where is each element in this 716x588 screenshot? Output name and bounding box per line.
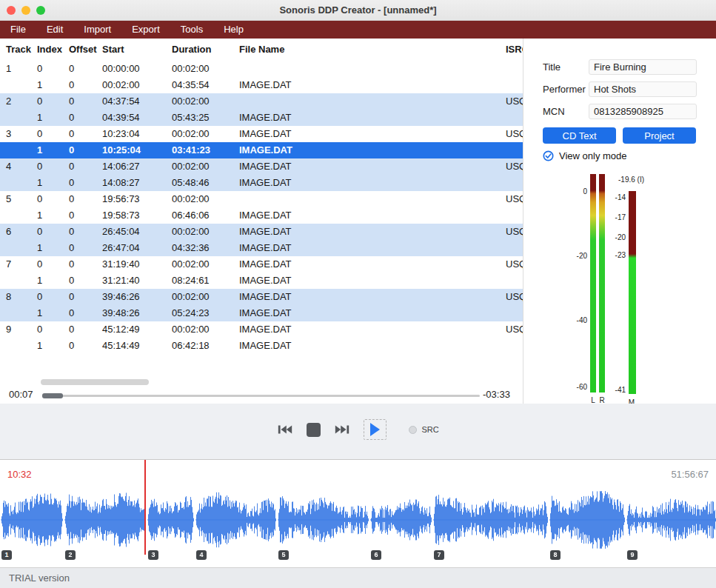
track-badge-7[interactable]: 7 [434,550,444,560]
cell-file: IMAGE.DAT [239,240,292,256]
right-panel: TitlePerformerMCN CD TextProject View on… [523,39,716,404]
column-header-file-name[interactable]: File Name [239,39,284,61]
playhead-cursor[interactable] [144,460,146,555]
track-list-area: TrackIndexOffsetStartDurationFile NameIS… [0,39,523,404]
cell-track: 3 [6,126,11,142]
track-badge-4[interactable]: 4 [196,550,207,560]
close-window-button[interactable] [7,6,16,15]
cell-offset: 0 [69,273,74,289]
titlebar: Sonoris DDP Creator - [unnamed*] [0,0,716,21]
table-row[interactable]: 40014:06:2700:02:00IMAGE.DATUSQ [0,158,523,175]
menu-tools[interactable]: Tools [170,21,213,39]
table-row[interactable]: 90045:12:4900:02:00IMAGE.DATUSQ [0,321,523,338]
cell-track: 1 [6,61,11,77]
remaining-time: -03:33 [483,389,510,400]
window-title: Sonoris DDP Creator - [unnamed*] [279,4,436,16]
table-row[interactable]: 1026:47:0404:32:36IMAGE.DAT [0,240,523,256]
cell-index: 1 [37,110,42,126]
cell-start: 14:06:27 [102,158,140,175]
cell-offset: 0 [69,93,74,110]
cell-offset: 0 [69,158,74,175]
track-badge-2[interactable]: 2 [65,550,76,560]
cell-isrc: USQ [506,191,523,207]
cell-isrc: USQ [506,224,523,240]
stop-button[interactable] [307,423,321,437]
cell-track: 9 [6,321,11,338]
column-header-track[interactable]: Track [6,39,31,61]
table-row[interactable]: 10000:00:0000:02:00 [0,61,523,77]
menu-file[interactable]: File [0,21,36,39]
table-row[interactable]: 1039:48:2605:24:23IMAGE.DAT [0,305,523,321]
table-row[interactable]: 1010:25:0403:41:23IMAGE.DAT [0,142,523,158]
cell-index: 1 [37,240,42,256]
track-badge-9[interactable]: 9 [627,550,638,560]
play-button[interactable] [364,419,387,440]
cell-duration: 00:02:00 [172,224,210,240]
cell-index: 1 [37,175,42,191]
cell-duration: 00:02:00 [172,256,210,273]
table-row[interactable]: 1004:39:5405:43:25IMAGE.DAT [0,110,523,126]
lr-scale-label: 0 [553,187,587,196]
cell-start: 00:02:00 [102,77,140,93]
track-badge-6[interactable]: 6 [371,550,381,560]
cell-isrc: USQ [506,289,523,305]
cell-index: 1 [37,142,42,158]
cell-file: IMAGE.DAT [239,273,292,289]
cell-index: 0 [37,158,42,175]
table-row[interactable]: 1045:14:4906:42:18IMAGE.DAT [0,338,523,354]
window-controls [7,6,45,15]
menu-import[interactable]: Import [73,21,121,39]
track-badge-8[interactable]: 8 [550,550,561,560]
column-header-duration[interactable]: Duration [172,39,211,61]
track-badge-1[interactable]: 1 [1,550,12,560]
cell-index: 1 [37,207,42,224]
cell-track: 5 [6,191,11,207]
menu-edit[interactable]: Edit [36,21,73,39]
table-row[interactable]: 60026:45:0400:02:00IMAGE.DATUSQ [0,224,523,240]
next-track-button[interactable] [334,424,350,435]
loudness-reading: -19.6 (I) [618,176,644,184]
m-scale-label: -17 [594,213,626,221]
table-row[interactable]: 1014:08:2705:48:46IMAGE.DAT [0,175,523,191]
column-header-offset[interactable]: Offset [69,39,97,61]
cell-duration: 04:32:36 [172,240,210,256]
table-row[interactable]: 50019:56:7300:02:00USQ [0,191,523,207]
menu-export[interactable]: Export [121,21,170,39]
cell-offset: 0 [69,175,74,191]
table-row[interactable]: 30010:23:0400:02:00IMAGE.DATUSQ [0,126,523,142]
src-group: SRC [409,425,438,434]
cell-duration: 00:02:00 [172,289,210,305]
menu-help[interactable]: Help [213,21,254,39]
previous-track-button[interactable] [277,424,293,435]
playback-slider-thumb[interactable] [42,393,63,398]
table-row[interactable]: 1019:58:7306:46:06IMAGE.DAT [0,207,523,224]
menubar: FileEditImportExportToolsHelp [0,21,716,39]
cell-isrc: USQ [506,256,523,273]
cell-track: 6 [6,224,11,240]
table-row[interactable]: 80039:46:2600:02:00IMAGE.DATUSQ [0,289,523,305]
track-badge-5[interactable]: 5 [278,550,289,560]
column-header-start[interactable]: Start [102,39,124,61]
cell-file: IMAGE.DAT [239,158,292,175]
table-row[interactable]: 1000:02:0004:35:54IMAGE.DAT [0,77,523,93]
column-header-isrc[interactable]: ISRC [506,39,523,61]
cell-file: IMAGE.DAT [239,110,292,126]
waveform-panel: 10:32 51:56:67 123456789 [0,459,716,567]
minimize-window-button[interactable] [21,6,30,15]
horizontal-scrollbar-thumb[interactable] [41,379,149,385]
table-body: 10000:00:0000:02:001000:02:0004:35:54IMA… [0,61,523,354]
table-row[interactable]: 1031:21:4008:24:61IMAGE.DAT [0,273,523,289]
zoom-window-button[interactable] [36,6,45,15]
playback-slider[interactable] [42,395,480,397]
cell-index: 0 [37,61,42,77]
cell-isrc: USQ [506,158,523,175]
cell-index: 0 [37,321,42,338]
table-row[interactable]: 70031:19:4000:02:00IMAGE.DATUSQ [0,256,523,273]
cell-duration: 04:35:54 [172,77,210,93]
cell-duration: 00:02:00 [172,321,210,338]
table-row[interactable]: 20004:37:5400:02:00USQ [0,93,523,110]
column-header-index[interactable]: Index [37,39,62,61]
track-badge-3[interactable]: 3 [148,550,158,560]
cell-index: 1 [37,338,42,354]
waveform-canvas[interactable] [0,486,716,554]
